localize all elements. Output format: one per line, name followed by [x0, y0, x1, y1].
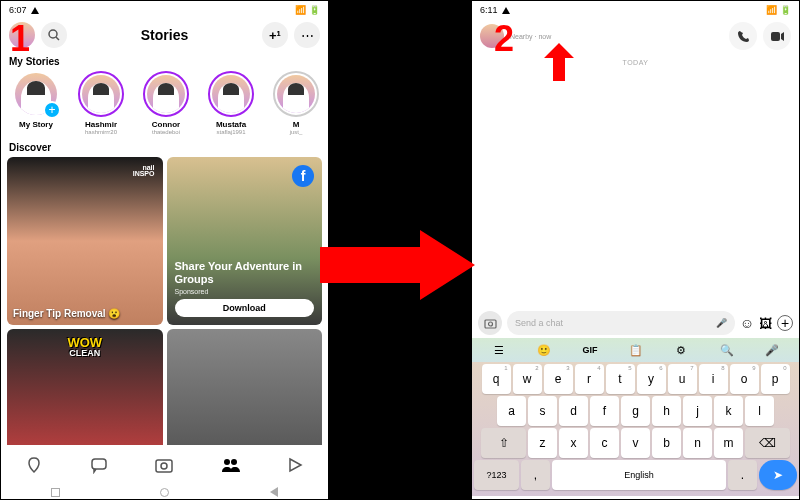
svg-marker-0: [320, 230, 475, 300]
key-q[interactable]: 1q: [482, 364, 511, 394]
key-space[interactable]: English: [552, 460, 726, 490]
key-y[interactable]: 6y: [637, 364, 666, 394]
discover-tile-wow[interactable]: WOWCLEAN: [7, 329, 163, 459]
nav-chat-icon[interactable]: [87, 453, 111, 477]
key-b[interactable]: b: [652, 428, 681, 458]
ad-title: Share Your Adventure in Groups: [175, 260, 315, 286]
tb-clipboard-icon[interactable]: 📋: [613, 344, 659, 357]
key-r[interactable]: 4r: [575, 364, 604, 394]
discover-tile-selfie[interactable]: [167, 329, 323, 459]
ad-sponsored: Sponsored: [175, 288, 315, 295]
key-comma[interactable]: ,: [521, 460, 550, 490]
key-backspace[interactable]: ⌫: [745, 428, 790, 458]
key-c[interactable]: c: [590, 428, 619, 458]
key-sym[interactable]: ?123: [474, 460, 519, 490]
add-icon[interactable]: +: [777, 315, 793, 331]
status-bar: 6:11 📶 🔋: [472, 1, 799, 19]
discover-tile-ad[interactable]: f Share Your Adventure in Groups Sponsor…: [167, 157, 323, 325]
discover-tile-nail[interactable]: nailINSPO Finger Tip Removal 😮: [7, 157, 163, 325]
key-row-4: ?123 , English . ➤: [474, 460, 797, 490]
svg-point-2: [49, 30, 57, 38]
nav-play-icon[interactable]: [283, 453, 307, 477]
chat-header: Nearby · now: [472, 19, 799, 53]
sys-recents-icon[interactable]: [51, 488, 60, 497]
step-number-1: 1: [10, 18, 30, 60]
key-p[interactable]: 0p: [761, 364, 790, 394]
key-a[interactable]: a: [497, 396, 526, 426]
key-s[interactable]: s: [528, 396, 557, 426]
key-h[interactable]: h: [652, 396, 681, 426]
key-i[interactable]: 8i: [699, 364, 728, 394]
nav-people-icon[interactable]: [218, 453, 242, 477]
contact-status: Nearby · now: [510, 33, 551, 40]
story-item[interactable]: Mustafa staflaj1991: [202, 71, 260, 135]
chat-text-input[interactable]: Send a chat 🎤: [507, 311, 735, 335]
key-x[interactable]: x: [559, 428, 588, 458]
mic-icon[interactable]: 🎤: [716, 318, 727, 328]
svg-marker-9: [290, 459, 301, 471]
status-right-icons: 📶 🔋: [766, 5, 791, 15]
red-up-arrow: [544, 43, 574, 81]
status-right-icons: 📶 🔋: [295, 5, 320, 15]
key-j[interactable]: j: [683, 396, 712, 426]
key-send[interactable]: ➤: [759, 460, 797, 490]
camera-button[interactable]: [478, 311, 502, 335]
more-button[interactable]: ⋯: [294, 22, 320, 48]
bottom-nav: [1, 445, 328, 485]
tb-menu-icon[interactable]: ☰: [476, 344, 522, 357]
story-item[interactable]: Connor thatedeboi: [137, 71, 195, 135]
story-item[interactable]: Hashmir hashmirrr20: [72, 71, 130, 135]
download-button[interactable]: Download: [175, 299, 315, 317]
tb-emoji-icon[interactable]: 🙂: [522, 344, 568, 357]
tb-search-icon[interactable]: 🔍: [704, 344, 750, 357]
key-period[interactable]: .: [728, 460, 757, 490]
svg-rect-10: [771, 32, 780, 41]
status-time: 6:11: [480, 5, 498, 15]
key-row-2: asdfghjkl: [474, 396, 797, 426]
key-shift[interactable]: ⇧: [481, 428, 526, 458]
key-g[interactable]: g: [621, 396, 650, 426]
emoji-icon[interactable]: ☺: [740, 315, 754, 331]
date-divider: TODAY: [472, 59, 799, 66]
status-icon: [502, 7, 510, 14]
key-z[interactable]: z: [528, 428, 557, 458]
wow-logo: WOWCLEAN: [67, 337, 102, 357]
facebook-icon: f: [292, 165, 314, 187]
key-t[interactable]: 5t: [606, 364, 635, 394]
key-v[interactable]: v: [621, 428, 650, 458]
story-item[interactable]: M just_: [267, 71, 325, 135]
key-u[interactable]: 7u: [668, 364, 697, 394]
gallery-icon[interactable]: 🖼: [759, 316, 772, 331]
discover-grid: nailINSPO Finger Tip Removal 😮 f Share Y…: [1, 155, 328, 461]
key-k[interactable]: k: [714, 396, 743, 426]
video-call-button[interactable]: [763, 22, 791, 50]
status-time: 6:07: [9, 5, 27, 15]
key-d[interactable]: d: [559, 396, 588, 426]
key-m[interactable]: m: [714, 428, 743, 458]
key-l[interactable]: l: [745, 396, 774, 426]
svg-rect-5: [156, 460, 172, 472]
stories-row[interactable]: + My Story Hashmir hashmirrr20 Connor th…: [1, 69, 328, 137]
key-w[interactable]: 2w: [513, 364, 542, 394]
tb-mic-icon[interactable]: 🎤: [749, 344, 795, 357]
key-f[interactable]: f: [590, 396, 619, 426]
chat-body[interactable]: [472, 66, 799, 308]
audio-call-button[interactable]: [729, 22, 757, 50]
nav-camera-icon[interactable]: [152, 453, 176, 477]
sys-home-icon[interactable]: [160, 488, 169, 497]
search-button[interactable]: [41, 22, 67, 48]
key-o[interactable]: 9o: [730, 364, 759, 394]
sys-back-icon[interactable]: [270, 487, 278, 497]
chat-input-row: Send a chat 🎤 ☺ 🖼 +: [472, 308, 799, 338]
svg-line-3: [56, 37, 59, 40]
story-item-mine[interactable]: + My Story: [7, 71, 65, 135]
add-friend-button[interactable]: +¹: [262, 22, 288, 48]
key-n[interactable]: n: [683, 428, 712, 458]
stories-header: Stories +¹ ⋯: [1, 19, 328, 51]
nav-map-icon[interactable]: [22, 453, 46, 477]
key-e[interactable]: 3e: [544, 364, 573, 394]
tb-settings-icon[interactable]: ⚙: [658, 344, 704, 357]
step-number-2: 2: [494, 18, 514, 60]
key-row-3: ⇧zxcvbnm⌫: [474, 428, 797, 458]
tb-gif-icon[interactable]: GIF: [567, 345, 613, 355]
